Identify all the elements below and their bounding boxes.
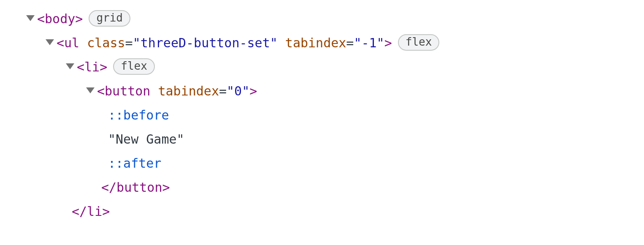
- tree-row-pseudo-after[interactable]: ::after: [8, 151, 636, 175]
- tag-li-close: </li>: [72, 199, 110, 223]
- tree-row-body[interactable]: <body> grid: [8, 7, 636, 31]
- tag-li: <li>: [77, 55, 107, 79]
- layout-badge-flex[interactable]: flex: [113, 58, 155, 75]
- tree-row-text-node[interactable]: "New Game": [8, 127, 636, 151]
- text-node: "New Game": [108, 127, 184, 151]
- layout-badge-grid[interactable]: grid: [89, 10, 130, 27]
- tree-row-close-button[interactable]: </button>: [8, 175, 636, 199]
- tree-row-ul[interactable]: <ul class="threeD-button-set" tabindex="…: [8, 31, 636, 55]
- expand-arrow-icon[interactable]: [26, 15, 35, 21]
- tag-button-open: <button tabindex="0">: [97, 79, 257, 103]
- tree-row-li[interactable]: <li> flex: [8, 55, 636, 79]
- tree-row-pseudo-before[interactable]: ::before: [8, 103, 636, 127]
- expand-arrow-icon[interactable]: [46, 39, 54, 45]
- tag-ul-open: <ul class="threeD-button-set" tabindex="…: [57, 31, 392, 55]
- expand-arrow-icon[interactable]: [86, 87, 95, 93]
- tag-button-close: </button>: [101, 175, 170, 199]
- expand-arrow-icon[interactable]: [66, 63, 74, 69]
- pseudo-before: ::before: [108, 103, 169, 127]
- tree-row-close-li[interactable]: </li>: [8, 199, 636, 223]
- tree-row-button[interactable]: <button tabindex="0">: [8, 79, 636, 103]
- pseudo-after: ::after: [108, 151, 161, 175]
- layout-badge-flex[interactable]: flex: [398, 34, 440, 51]
- tag-body: <body>: [37, 7, 83, 31]
- dom-tree[interactable]: <body> grid <ul class="threeD-button-set…: [0, 0, 644, 232]
